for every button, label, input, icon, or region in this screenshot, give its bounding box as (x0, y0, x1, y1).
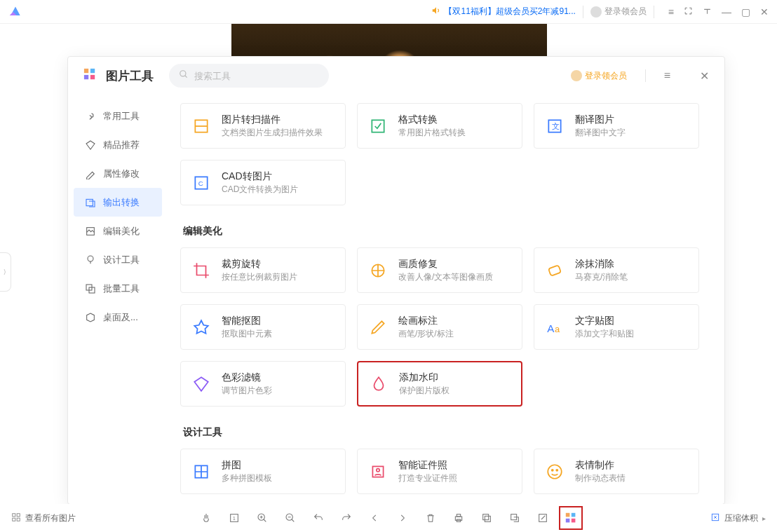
card-idphoto[interactable]: 智能证件照打造专业证件照 (357, 449, 522, 494)
card-title: 格式转换 (398, 113, 466, 127)
titlebar-login-text: 登录领会员 (604, 6, 647, 18)
svg-rect-42 (572, 513, 576, 517)
card-title: 智能抠图 (222, 314, 272, 328)
cad-icon: C (191, 172, 212, 193)
card-title: 智能证件照 (398, 458, 457, 472)
card-emoji[interactable]: 表情制作制作动态表情 (534, 449, 699, 494)
sidebar-item-featured[interactable]: 精品推荐 (68, 130, 168, 159)
sidebar-item-properties[interactable]: 属性修改 (68, 159, 168, 188)
card-format[interactable]: 格式转换常用图片格式转换 (357, 103, 522, 149)
chevron-right-icon: ▸ (762, 514, 766, 522)
card-title: 图片转扫描件 (222, 113, 323, 127)
card-desc: 文档类图片生成扫描件效果 (222, 126, 323, 139)
card-quality[interactable]: 画质修复改善人像/文本等图像画质 (357, 247, 522, 293)
search-wrap[interactable] (169, 64, 329, 88)
card-title: 色彩滤镜 (222, 371, 272, 385)
card-cutout[interactable]: 智能抠图抠取图中元素 (180, 304, 346, 350)
save-as-icon[interactable] (508, 512, 521, 524)
card-erase[interactable]: 涂抹消除马赛克/消除笔 (534, 247, 699, 293)
sidebar-item-edit[interactable]: 编辑美化 (68, 217, 168, 245)
search-input[interactable] (194, 71, 319, 81)
sidebar-label: 编辑美化 (103, 225, 140, 238)
fullscreen-icon[interactable] (684, 6, 693, 18)
sidebar-label: 设计工具 (103, 254, 140, 266)
hand-tool-icon[interactable] (200, 512, 212, 524)
card-title: 翻译图片 (575, 113, 626, 127)
card-desc: 抠取图中元素 (222, 327, 272, 340)
card-desc: 保护图片版权 (399, 384, 450, 397)
card-translate[interactable]: 文 翻译图片翻译图中文字 (534, 103, 699, 149)
sidebar-label: 输出转换 (103, 196, 140, 209)
undo-icon[interactable] (312, 512, 325, 524)
card-crop[interactable]: 裁剪旋转按任意比例裁剪图片 (180, 247, 346, 293)
sidebar-item-desktop[interactable]: 桌面及... (68, 303, 168, 332)
actual-size-icon[interactable]: 1 (228, 512, 241, 524)
svg-rect-41 (566, 513, 570, 517)
sidebar-item-output[interactable]: 输出转换 (74, 188, 162, 217)
panel-title: 图片工具 (106, 68, 154, 84)
card-title: 表情制作 (575, 458, 626, 472)
card-collage[interactable]: 拼图多种拼图模板 (180, 449, 346, 494)
annotate-icon (367, 317, 388, 338)
svg-rect-35 (457, 514, 460, 517)
zoom-out-icon[interactable] (284, 512, 297, 524)
svg-point-24 (552, 469, 553, 470)
sidebar: 常用工具 精品推荐 属性修改 输出转换 编辑美化 设计工具 (68, 95, 168, 504)
close-icon[interactable]: ✕ (760, 6, 769, 18)
translate-icon: 文 (544, 116, 565, 137)
maximize-icon[interactable]: ▢ (741, 6, 750, 18)
tools-grid-icon[interactable] (565, 512, 577, 524)
content-area: 图片转扫描件文档类图片生成扫描件效果 格式转换常用图片格式转换 文 翻译图片翻译… (168, 95, 724, 504)
svg-text:1: 1 (233, 516, 236, 521)
sound-icon (431, 6, 441, 18)
card-title: 画质修复 (398, 257, 493, 271)
copy-icon[interactable] (480, 512, 493, 524)
compress-icon (710, 512, 720, 524)
quality-icon (367, 260, 388, 281)
app-logo (8, 5, 22, 19)
card-desc: 添加文字和贴图 (575, 327, 634, 340)
svg-rect-43 (566, 519, 570, 523)
zoom-in-icon[interactable] (256, 512, 269, 524)
card-filter[interactable]: 色彩滤镜调节图片色彩 (180, 361, 346, 407)
cutout-icon (191, 317, 212, 338)
sidebar-item-batch[interactable]: 批量工具 (68, 274, 168, 303)
card-cad[interactable]: C CAD转图片CAD文件转换为图片 (180, 160, 346, 205)
sidebar-item-design[interactable]: 设计工具 (68, 245, 168, 274)
panel-close-icon[interactable]: ✕ (700, 69, 709, 83)
sidebar-label: 属性修改 (103, 168, 140, 180)
svg-rect-5 (86, 199, 93, 205)
prev-icon[interactable] (368, 512, 381, 524)
panel-menu-icon[interactable]: ≡ (664, 69, 670, 82)
next-icon[interactable] (396, 512, 409, 524)
delete-icon[interactable] (424, 512, 437, 524)
section-title-edit: 编辑美化 (183, 225, 712, 238)
sidebar-label: 精品推荐 (103, 139, 140, 151)
redo-icon[interactable] (340, 512, 353, 524)
panel-login[interactable]: 登录领会员 (571, 70, 627, 82)
menu-icon[interactable]: ≡ (668, 6, 674, 18)
sidebar-label: 常用工具 (103, 110, 140, 123)
scan-icon (191, 116, 212, 137)
print-icon[interactable] (452, 512, 465, 524)
card-title: CAD转图片 (222, 170, 298, 184)
promo-link[interactable]: 【双11福利】超级会员买2年减91... (431, 6, 575, 18)
view-all-button[interactable]: 查看所有图片 (11, 512, 76, 524)
promo-text: 【双11福利】超级会员买2年减91... (444, 6, 575, 18)
svg-point-23 (548, 465, 562, 479)
pin-icon[interactable] (703, 6, 712, 18)
card-desc: 调节图片色彩 (222, 384, 272, 397)
titlebar-login[interactable]: 登录领会员 (590, 6, 647, 18)
search-icon (179, 69, 189, 82)
card-desc: 改善人像/文本等图像画质 (398, 271, 493, 283)
compress-button[interactable]: 压缩体积 ▸ (710, 512, 766, 524)
sidebar-item-common[interactable]: 常用工具 (68, 102, 168, 130)
edit-icon[interactable] (536, 512, 549, 524)
minimize-icon[interactable]: — (722, 6, 731, 18)
card-scan[interactable]: 图片转扫描件文档类图片生成扫描件效果 (180, 103, 346, 149)
left-float-handle[interactable] (0, 252, 11, 292)
card-annotate[interactable]: 绘画标注画笔/形状/标注 (357, 304, 522, 350)
card-title: 拼图 (222, 458, 272, 472)
card-text[interactable]: Aa 文字贴图添加文字和贴图 (534, 304, 699, 350)
card-watermark[interactable]: 添加水印保护图片版权 (357, 361, 522, 407)
